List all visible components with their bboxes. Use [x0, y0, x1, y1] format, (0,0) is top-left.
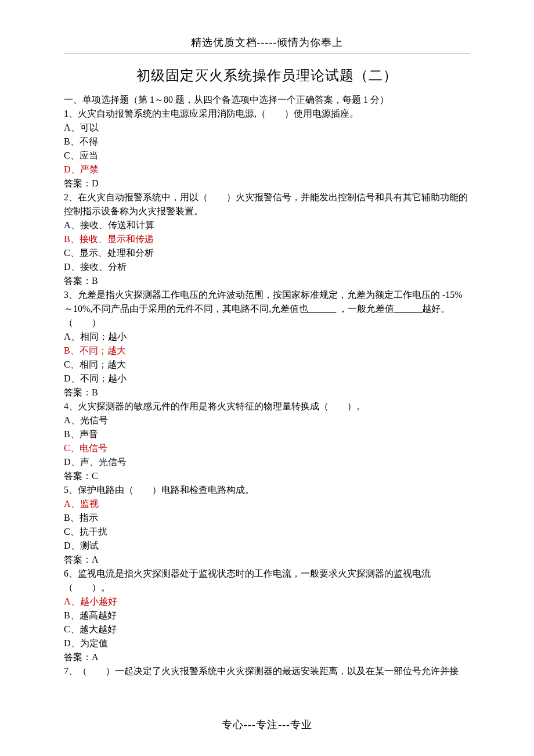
question-answer: 答案：D	[64, 177, 470, 190]
question-answer: 答案：C	[64, 469, 470, 483]
question-option: A、越小越好	[64, 595, 470, 609]
question-option: C、相同；越大	[64, 358, 470, 372]
question-stem: 5、保护电路由（ ）电路和检查电路构成。	[64, 483, 470, 497]
question-option: B、不得	[64, 135, 470, 149]
question-option: C、应当	[64, 149, 470, 163]
section-intro: 一、单项选择题（第 1～80 题，从四个备选项中选择一个正确答案，每题 1 分）	[64, 93, 470, 107]
question-answer: 答案：B	[64, 386, 470, 399]
question-option: A、相同；越小	[64, 330, 470, 344]
question-option: B、越高越好	[64, 609, 470, 622]
question-option: C、抗干扰	[64, 525, 470, 539]
question-stem: 3、允差是指火灾探测器工作电压的允许波动范围，按国家标准规定，允差为额定工作电压…	[64, 288, 470, 330]
question-option: D、测试	[64, 539, 470, 553]
question-stem: （ ）。	[64, 581, 470, 595]
question-option: A、监视	[64, 497, 470, 511]
content-body: 一、单项选择题（第 1～80 题，从四个备选项中选择一个正确答案，每题 1 分）…	[64, 93, 470, 678]
question-stem: 4、火灾探测器的敏感元件的作用是将火灾特征的物理量转换成（ ）。	[64, 399, 470, 413]
question-option: D、严禁	[64, 163, 470, 177]
question-option: C、电信号	[64, 441, 470, 455]
question-option: B、指示	[64, 511, 470, 525]
question-stem: 2、在火灾自动报警系统中，用以（ ）火灾报警信号，并能发出控制信号和具有其它辅助…	[64, 190, 470, 218]
page: 精选优质文档-----倾情为你奉上 初级固定灭火系统操作员理论试题（二） 一、单…	[0, 0, 534, 756]
question-option: B、声音	[64, 427, 470, 441]
page-footer: 专心---专注---专业	[0, 717, 534, 733]
question-answer: 答案：A	[64, 650, 470, 664]
question-answer: 答案：B	[64, 274, 470, 288]
question-option: D、为定值	[64, 636, 470, 650]
question-option: D、接收、分析	[64, 260, 470, 274]
page-header: 精选优质文档-----倾情为你奉上	[64, 35, 470, 53]
question-option: B、不同；越大	[64, 344, 470, 358]
question-option: C、显示、处理和分析	[64, 246, 470, 260]
question-option: D、声、光信号	[64, 455, 470, 469]
question-stem: 7、（ ）一起决定了火灾报警系统中火灾探测器的最远安装距离，以及在某一部位号允许…	[64, 664, 470, 678]
question-stem: 1、火灾自动报警系统的主电源应采用消防电源,（ ）使用电源插座。	[64, 107, 470, 121]
question-option: C、越大越好	[64, 622, 470, 636]
question-option: D、不同；越小	[64, 372, 470, 386]
question-option: A、接收、传送和计算	[64, 218, 470, 232]
question-option: B、接收、显示和传递	[64, 232, 470, 246]
question-stem: 6、监视电流是指火灾探测器处于监视状态时的工作电流，一般要求火灾探测器的监视电流	[64, 567, 470, 581]
question-option: A、光信号	[64, 413, 470, 427]
question-answer: 答案：A	[64, 553, 470, 567]
question-option: A、可以	[64, 121, 470, 135]
document-title: 初级固定灭火系统操作员理论试题（二）	[64, 65, 470, 86]
